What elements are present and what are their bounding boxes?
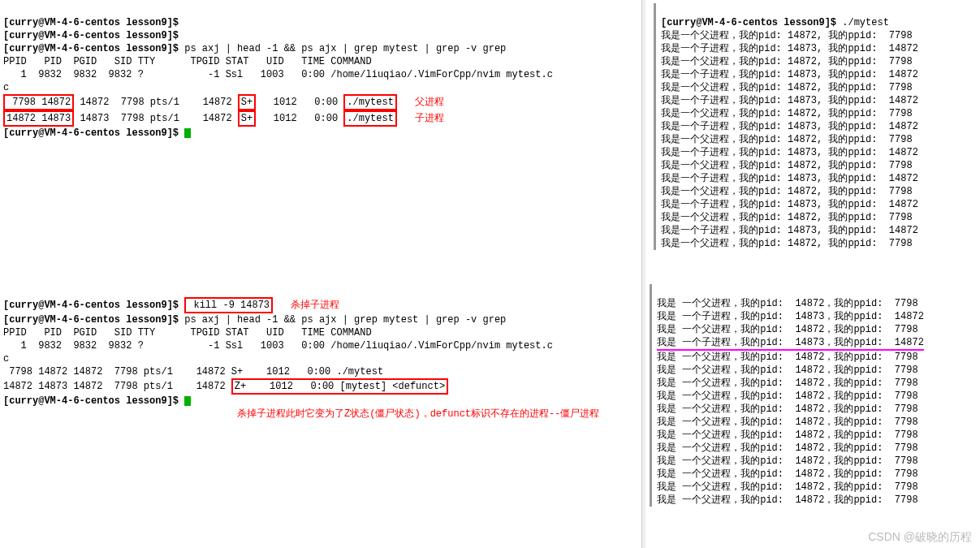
highlight-ppid-pid: 7798 14872 — [3, 94, 74, 110]
output-parent: 我是 一个父进程，我的pid: 14872，我的ppid: 7798 — [657, 365, 918, 376]
output-parent: 我是一个父进程，我的pid: 14872, 我的ppid: 7798 — [661, 82, 913, 93]
output-parent: 我是 一个父进程，我的pid: 14872，我的ppid: 7798 — [657, 416, 918, 428]
ps-row: 1 9832 9832 9832 ? -1 Ssl 1003 0:00 /hom… — [3, 340, 553, 352]
highlight-cmd: ./mytest — [343, 110, 397, 127]
output-parent: 我是 一个父进程，我的pid: 14872，我的ppid: 7798 — [657, 324, 918, 335]
highlight-last-child: 我是 一个子进程，我的pid: 14873，我的ppid: 14872 — [657, 336, 924, 351]
output-parent: 我是 一个父进程，我的pid: 14872，我的ppid: 7798 — [657, 378, 918, 389]
ps-row: 14872 14873 14872 7798 pts/1 14872 — [3, 381, 231, 392]
prompt: [curry@VM-4-6-centos lesson9]$ — [3, 17, 179, 28]
kill-label: 杀掉子进程 — [291, 300, 339, 311]
prompt: [curry@VM-4-6-centos lesson9]$ — [3, 395, 179, 407]
prompt: [curry@VM-4-6-centos lesson9]$ — [661, 17, 836, 28]
output-child: 我是一个子进程，我的pid: 14873, 我的ppid: 14872 — [661, 95, 918, 106]
highlight-zombie-stat: Z+ 1012 0:00 [mytest] <defunct> — [231, 378, 448, 395]
output-parent: 我是 一个父进程，我的pid: 14872，我的ppid: 7798 — [657, 494, 918, 506]
output-child: 我是一个子进程，我的pid: 14873, 我的ppid: 14872 — [661, 199, 918, 210]
output-parent: 我是 一个父进程，我的pid: 14872，我的ppid: 7798 — [657, 468, 918, 480]
output-parent: 我是一个父进程，我的pid: 14872, 我的ppid: 7798 — [661, 134, 913, 145]
highlight-cmd: ./mytest — [343, 94, 397, 110]
terminal-bottom-right[interactable]: 我是 一个父进程，我的pid: 14872，我的ppid: 7798 我是 一个… — [650, 284, 980, 507]
parent-label: 父进程 — [415, 97, 444, 108]
output-child: 我是一个子进程，我的pid: 14873, 我的ppid: 14872 — [661, 121, 918, 132]
highlight-kill-cmd: kill -9 14873 — [184, 297, 273, 313]
output-parent: 我是一个父进程，我的pid: 14872, 我的ppid: 7798 — [661, 108, 913, 119]
output-child: 我是一个子进程，我的pid: 14873, 我的ppid: 14872 — [661, 43, 918, 54]
output-parent: 我是 一个父进程，我的pid: 14872，我的ppid: 7798 — [657, 391, 918, 402]
output-parent: 我是一个父进程，我的pid: 14872, 我的ppid: 7798 — [661, 212, 913, 223]
watermark: CSDN @破晓的历程 — [868, 530, 972, 545]
prompt: [curry@VM-4-6-centos lesson9]$ — [3, 127, 179, 139]
output-parent: 我是 一个父进程，我的pid: 14872，我的ppid: 7798 — [657, 352, 918, 363]
cursor-icon — [184, 128, 191, 138]
output-parent: 我是 一个父进程，我的pid: 14872，我的ppid: 7798 — [657, 298, 918, 309]
output-parent: 我是一个父进程，我的pid: 14872, 我的ppid: 7798 — [661, 56, 913, 67]
output-parent: 我是一个父进程，我的pid: 14872, 我的ppid: 7798 — [661, 238, 913, 249]
prompt: [curry@VM-4-6-centos lesson9]$ — [3, 300, 179, 311]
prompt: [curry@VM-4-6-centos lesson9]$ — [3, 30, 179, 41]
terminal-top-right[interactable]: [curry@VM-4-6-centos lesson9]$ ./mytest … — [654, 3, 980, 250]
output-parent: 我是 一个父进程，我的pid: 14872，我的ppid: 7798 — [657, 481, 918, 493]
output-parent: 我是 一个父进程，我的pid: 14872，我的ppid: 7798 — [657, 455, 918, 467]
output-child: 我是一个子进程，我的pid: 14873, 我的ppid: 14872 — [661, 147, 918, 158]
output-child: 我是一个子进程，我的pid: 14873, 我的ppid: 14872 — [661, 225, 918, 236]
output-parent: 我是 一个父进程，我的pid: 14872，我的ppid: 7798 — [657, 429, 918, 441]
highlight-ppid-pid: 14872 14873 — [3, 110, 74, 127]
output-parent: 我是 一个父进程，我的pid: 14872，我的ppid: 7798 — [657, 442, 918, 454]
terminal-bottom-left[interactable]: [curry@VM-4-6-centos lesson9]$ kill -9 1… — [3, 284, 645, 421]
output-parent: 我是一个父进程，我的pid: 14872, 我的ppid: 7798 — [661, 186, 913, 197]
ps-row: c — [3, 82, 9, 93]
terminal-top-left[interactable]: [curry@VM-4-6-centos lesson9]$ [curry@VM… — [3, 3, 645, 140]
cmd: ./mytest — [836, 17, 889, 28]
highlight-stat: S+ — [238, 94, 256, 110]
output-parent: 我是一个父进程，我的pid: 14872, 我的ppid: 7798 — [661, 30, 913, 41]
ps-row: c — [3, 353, 9, 365]
output-child: 我是一个子进程，我的pid: 14873, 我的ppid: 14872 — [661, 173, 918, 184]
ps-row: 1 9832 9832 9832 ? -1 Ssl 1003 0:00 /hom… — [3, 69, 553, 80]
prompt: [curry@VM-4-6-centos lesson9]$ — [3, 43, 179, 54]
zombie-note: 杀掉子进程此时它变为了Z状态(僵尸状态)，defunct标识不存在的进程--僵尸… — [237, 408, 599, 420]
highlight-stat: S+ — [238, 110, 256, 127]
cmd: ps axj | head -1 && ps ajx | grep mytest… — [179, 314, 506, 326]
output-child: 我是一个子进程，我的pid: 14873, 我的ppid: 14872 — [661, 69, 918, 80]
output-parent: 我是 一个父进程，我的pid: 14872，我的ppid: 7798 — [657, 403, 918, 415]
output-child: 我是 一个子进程，我的pid: 14873，我的ppid: 14872 — [657, 311, 924, 322]
child-label: 子进程 — [415, 113, 444, 124]
ps-header: PPID PID PGID SID TTY TPGID STAT UID TIM… — [3, 56, 372, 67]
cmd: ps axj | head -1 && ps ajx | grep mytest… — [179, 43, 506, 54]
prompt: [curry@VM-4-6-centos lesson9]$ — [3, 314, 179, 326]
ps-header: PPID PID PGID SID TTY TPGID STAT UID TIM… — [3, 327, 372, 339]
ps-row: 7798 14872 14872 7798 pts/1 14872 S+ 101… — [3, 366, 383, 378]
output-parent: 我是一个父进程，我的pid: 14872, 我的ppid: 7798 — [661, 160, 913, 171]
cursor-icon — [184, 396, 191, 406]
